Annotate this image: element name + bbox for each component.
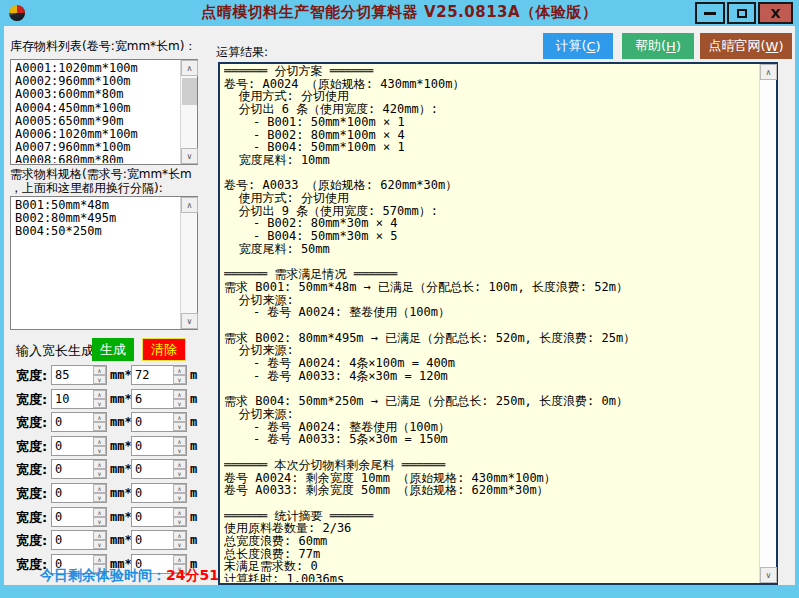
spin-down-icon[interactable]: ∨	[173, 399, 186, 408]
demand-text[interactable]: B001:50mm*48m B002:80mm*495m B004:50*250…	[12, 198, 179, 328]
spin-down-icon[interactable]: ∨	[93, 469, 106, 478]
length-m-input[interactable]: 6 ∧ ∨	[131, 389, 187, 409]
unit-mm-label: mm*	[110, 533, 132, 547]
spin-up-icon[interactable]: ∧	[93, 484, 106, 493]
result-text[interactable]: ══════ 分切方案 ══════ 卷号: A0024 （原始规格: 430m…	[224, 65, 756, 582]
close-icon: X	[770, 6, 780, 21]
scroll-down-icon[interactable]: ∨	[181, 148, 198, 164]
stock-list-item[interactable]: A0008:680mm*80m	[15, 154, 179, 163]
result-scrollbar[interactable]: ∧ ∨	[759, 64, 776, 583]
width-row: 宽度: 0 ∧ ∨ mm* 0 ∧ ∨	[4, 506, 214, 530]
width-mm-input[interactable]: 10 ∧ ∨	[51, 389, 107, 409]
spin-up-icon[interactable]: ∧	[93, 413, 106, 422]
width-row-label: 宽度:	[16, 509, 47, 527]
spin-up-icon[interactable]: ∧	[93, 390, 106, 399]
width-mm-input[interactable]: 0 ∧ ∨	[51, 459, 107, 479]
maximize-button[interactable]	[727, 2, 756, 24]
official-site-button[interactable]: 点晴官网(W)	[700, 33, 792, 59]
unit-m-label: m	[190, 533, 197, 547]
spin-down-icon[interactable]: ∨	[173, 469, 186, 478]
spin-up-icon[interactable]: ∧	[173, 390, 186, 399]
spin-up-icon[interactable]: ∧	[93, 437, 106, 446]
spin-down-icon[interactable]: ∨	[173, 422, 186, 431]
width-row-label: 宽度:	[16, 367, 47, 385]
spin-up-icon[interactable]: ∧	[173, 413, 186, 422]
scroll-up-icon[interactable]: ∧	[181, 60, 198, 76]
minimize-button[interactable]	[695, 2, 725, 24]
length-m-input[interactable]: 0 ∧ ∨	[131, 530, 187, 550]
spin-up-icon[interactable]: ∧	[173, 508, 186, 517]
width-row-label: 宽度:	[16, 391, 47, 409]
calc-mnemonic: C	[586, 39, 595, 54]
stock-listbox[interactable]: A0001:1020mm*100mA0002:960mm*100mA0003:6…	[10, 59, 198, 165]
spin-up-icon[interactable]: ∧	[173, 460, 186, 469]
width-mm-input[interactable]: 0 ∧ ∨	[51, 436, 107, 456]
unit-mm-label: mm*	[110, 368, 132, 382]
length-m-input[interactable]: 0 ∧ ∨	[131, 436, 187, 456]
scroll-down-icon[interactable]: ∨	[760, 567, 777, 583]
unit-mm-label: mm*	[110, 486, 132, 500]
result-output-area[interactable]: ══════ 分切方案 ══════ 卷号: A0024 （原始规格: 430m…	[218, 62, 778, 585]
width-mm-input[interactable]: 0 ∧ ∨	[51, 530, 107, 550]
scroll-down-icon[interactable]: ∨	[181, 313, 198, 329]
length-m-input[interactable]: 0 ∧ ∨	[131, 483, 187, 503]
calculate-button[interactable]: 计算(C)	[543, 33, 613, 59]
calc-label: 计算(	[555, 37, 586, 55]
width-mm-input[interactable]: 0 ∧ ∨	[51, 507, 107, 527]
length-m-input[interactable]: 72 ∧ ∨	[131, 365, 187, 385]
width-mm-input[interactable]: 85 ∧ ∨	[51, 365, 107, 385]
demand-scrollbar[interactable]: ∧ ∨	[180, 197, 197, 329]
title-bar[interactable]: 点晴模切料生产智能分切算料器 V25.0813A（体验版） X	[0, 0, 799, 26]
spin-down-icon[interactable]: ∨	[93, 446, 106, 455]
demand-label: 需求物料规格(需求号:宽mm*长m ，上面和这里都用换行分隔):	[10, 167, 192, 195]
spin-down-icon[interactable]: ∨	[93, 540, 106, 549]
close-button[interactable]: X	[758, 2, 793, 24]
generator-label: 输入宽长生成:	[16, 342, 98, 360]
length-m-input[interactable]: 0 ∧ ∨	[131, 507, 187, 527]
spin-up-icon[interactable]: ∧	[173, 555, 186, 564]
spin-up-icon[interactable]: ∧	[173, 484, 186, 493]
help-button[interactable]: 帮助(H)	[622, 33, 694, 59]
demand-textarea[interactable]: B001:50mm*48m B002:80mm*495m B004:50*250…	[10, 196, 198, 330]
spin-down-icon[interactable]: ∨	[93, 375, 106, 384]
spin-down-icon[interactable]: ∨	[93, 422, 106, 431]
spin-up-icon[interactable]: ∧	[173, 531, 186, 540]
generate-button[interactable]: 生成	[92, 338, 134, 361]
spin-up-icon[interactable]: ∧	[93, 460, 106, 469]
results-label: 运算结果:	[216, 44, 268, 61]
stock-list-item[interactable]: A0004:450mm*100m	[15, 102, 179, 115]
spin-down-icon[interactable]: ∨	[173, 540, 186, 549]
length-m-input[interactable]: 0 ∧ ∨	[131, 459, 187, 479]
width-row: 宽度: 0 ∧ ∨ mm* 0 ∧ ∨	[4, 458, 214, 482]
spin-down-icon[interactable]: ∨	[173, 446, 186, 455]
spin-up-icon[interactable]: ∧	[173, 437, 186, 446]
width-mm-input[interactable]: 0 ∧ ∨	[51, 412, 107, 432]
spin-up-icon[interactable]: ∧	[173, 366, 186, 375]
maximize-icon	[737, 9, 747, 18]
help-label-suffix: )	[676, 39, 681, 54]
stock-scrollbar[interactable]: ∧ ∨	[180, 60, 197, 164]
app-window: 点晴模切料生产智能分切算料器 V25.0813A（体验版） X 库存物料列表(卷…	[0, 0, 799, 598]
scroll-thumb[interactable]	[182, 78, 197, 105]
unit-mm-label: mm*	[110, 392, 132, 406]
scroll-up-icon[interactable]: ∧	[760, 64, 777, 80]
scroll-up-icon[interactable]: ∧	[181, 197, 198, 213]
spin-down-icon[interactable]: ∨	[173, 493, 186, 502]
spin-down-icon[interactable]: ∨	[173, 375, 186, 384]
spin-up-icon[interactable]: ∧	[93, 555, 106, 564]
spin-down-icon[interactable]: ∨	[173, 517, 186, 526]
site-label-suffix: )	[778, 39, 783, 54]
stock-list-item[interactable]: A0003:600mm*80m	[15, 88, 179, 101]
width-mm-input[interactable]: 0 ∧ ∨	[51, 483, 107, 503]
length-m-input[interactable]: 0 ∧ ∨	[131, 412, 187, 432]
unit-m-label: m	[190, 368, 197, 382]
spin-up-icon[interactable]: ∧	[93, 531, 106, 540]
spin-up-icon[interactable]: ∧	[93, 366, 106, 375]
clear-button[interactable]: 清除	[142, 338, 186, 361]
width-row-label: 宽度:	[16, 461, 47, 479]
spin-down-icon[interactable]: ∨	[93, 517, 106, 526]
spin-down-icon[interactable]: ∨	[93, 493, 106, 502]
spin-down-icon[interactable]: ∨	[93, 399, 106, 408]
spin-up-icon[interactable]: ∧	[93, 508, 106, 517]
site-mnemonic: W	[766, 39, 779, 54]
